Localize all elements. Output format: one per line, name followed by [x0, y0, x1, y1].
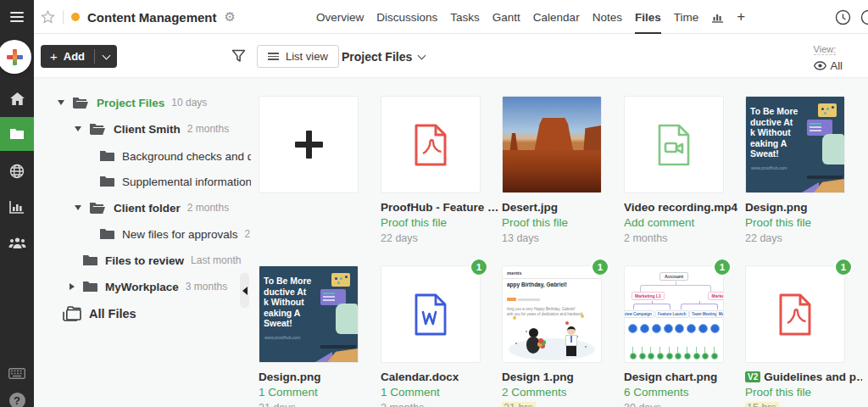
file-meta: 15 hrs — [745, 402, 864, 407]
caret-down-icon[interactable] — [75, 126, 81, 131]
filter-button[interactable] — [231, 49, 246, 66]
file-action-link[interactable]: Proof this file — [381, 216, 499, 229]
files-content: Project Files 10 days Client Smith 2 mon… — [34, 78, 868, 407]
tree-label: Files to review — [105, 254, 184, 267]
video-thumbnail[interactable] — [624, 96, 724, 193]
file-name[interactable]: Design.png — [259, 371, 376, 383]
add-button[interactable]: + Add — [41, 45, 117, 68]
rail-item-files[interactable] — [0, 117, 34, 151]
open-folder-icon — [89, 123, 106, 136]
tree-item-supplemental[interactable]: Supplemental information — [99, 171, 251, 192]
docx-thumbnail[interactable] — [381, 265, 481, 363]
file-action-link[interactable]: Proof this file — [502, 216, 620, 229]
tab-tasks[interactable]: Tasks — [450, 0, 480, 34]
image-thumbnail-desert[interactable] — [502, 96, 602, 193]
file-name[interactable]: V2Guidelines and p… — [745, 371, 862, 383]
folder-dropdown[interactable]: Project Files — [342, 46, 425, 68]
tab-calendar[interactable]: Calendar — [533, 0, 580, 34]
main-menu-button[interactable] — [0, 0, 34, 34]
tab-files[interactable]: Files — [635, 0, 661, 34]
list-view-button[interactable]: List view — [257, 45, 339, 68]
file-name[interactable]: Design 1.png — [502, 371, 619, 383]
file-action-link[interactable]: 1 Comment — [381, 386, 499, 399]
tree-item-myworkplace[interactable]: MyWorkplace 3 months — [70, 276, 227, 297]
project-title: Content Management — [87, 10, 217, 25]
file-action-link[interactable]: 1 Comment — [259, 386, 377, 399]
pdf-thumbnail[interactable] — [381, 96, 481, 193]
tree-item-client-folder[interactable]: Client folder 2 months — [75, 198, 229, 218]
tab-reports[interactable] — [711, 0, 724, 34]
file-name[interactable]: Video recording.mp4 — [624, 201, 741, 214]
file-action-link[interactable]: Proof this file — [745, 216, 864, 229]
proofhub-logo-button[interactable] — [0, 40, 31, 74]
tab-time[interactable]: Time — [674, 0, 699, 34]
tab-gantt[interactable]: Gantt — [492, 0, 520, 34]
rail-item-home[interactable] — [0, 81, 34, 115]
image-thumbnail-birthday[interactable]: ments appy Birthday, Gabriel! hing you a… — [502, 265, 602, 363]
caret-down-icon[interactable] — [75, 205, 81, 210]
tree-item-all-files[interactable]: All Files — [63, 304, 136, 324]
rail-item-people[interactable] — [0, 226, 34, 259]
image-thumbnail-design[interactable]: To Be More ductive At k Without eaking A… — [259, 265, 359, 363]
account-icon[interactable] — [860, 9, 868, 25]
image-thumbnail-orgchart[interactable]: Account Marketing L1 Marketi view Campai… — [624, 265, 724, 363]
tree-collapse-handle[interactable] — [240, 273, 249, 308]
comment-count-badge[interactable]: 1 — [591, 258, 609, 276]
view-value[interactable]: All — [814, 59, 843, 72]
file-name[interactable]: Design.png — [745, 201, 862, 214]
orgchart-node: Marketing L1 — [632, 292, 665, 300]
tree-meta: 10 days — [171, 97, 207, 109]
comment-count-badge[interactable]: 1 — [713, 258, 732, 276]
file-action-link[interactable]: 2 Comments — [502, 386, 620, 399]
image-thumbnail-design[interactable]: To Be More ductive At k Without eaking A… — [745, 96, 845, 193]
tab-discussions[interactable]: Discussions — [376, 0, 437, 34]
comment-count-badge[interactable]: 1 — [834, 258, 853, 276]
folder-icon — [82, 281, 97, 293]
add-button-label: Add — [64, 50, 85, 63]
tree-item-client-smith[interactable]: Client Smith 2 months — [75, 119, 229, 139]
project-settings-gear-icon[interactable]: ⚙ — [225, 9, 236, 25]
birthday-art — [503, 278, 601, 279]
file-meta: 30 days — [624, 402, 743, 407]
caret-right-icon[interactable] — [70, 283, 75, 290]
star-icon[interactable] — [41, 10, 55, 24]
file-name[interactable]: ProofHub - Feature … — [381, 201, 498, 214]
add-dropdown-button[interactable] — [95, 45, 117, 68]
tree-item-files-to-review[interactable]: Files to review Last month — [82, 250, 241, 270]
tab-overview[interactable]: Overview — [316, 0, 364, 34]
file-action-link[interactable]: Add comment — [624, 216, 743, 229]
rail-item-reports[interactable] — [0, 190, 34, 224]
file-name[interactable]: Desert.jpg — [502, 201, 619, 214]
orgchart-node: Marketi — [708, 292, 724, 300]
file-meta: 2 months — [381, 402, 499, 407]
caret-down-icon[interactable] — [58, 100, 64, 105]
view-label[interactable]: View: — [814, 44, 837, 55]
rail-item-help[interactable]: ? — [0, 383, 34, 407]
tab-notes[interactable]: Notes — [593, 0, 622, 34]
tree-item-background-checks[interactable]: Background checks and d — [99, 146, 251, 166]
file-action-link[interactable]: 6 Comments — [624, 386, 743, 399]
tree-label: Client folder — [114, 202, 181, 215]
folder-dropdown-label: Project Files — [342, 50, 412, 64]
comment-count-badge[interactable]: 1 — [470, 258, 488, 276]
design-art — [818, 103, 837, 117]
tree-label: Background checks and d — [122, 150, 251, 163]
file-name[interactable]: Calendar.docx — [381, 371, 498, 383]
design-art — [822, 134, 844, 164]
timer-icon[interactable] — [835, 9, 851, 25]
pdf-thumbnail[interactable] — [745, 265, 845, 363]
design-poster-text: To Be More ductive At k Without eaking A… — [750, 106, 798, 159]
tree-item-project-files[interactable]: Project Files 10 days — [58, 92, 207, 113]
file-meta: 22 days — [381, 232, 499, 244]
add-file-tile[interactable] — [259, 96, 359, 193]
orgchart-art — [681, 304, 718, 309]
add-tab-button[interactable]: + — [737, 0, 745, 34]
tree-item-new-files[interactable]: New files for approvals 2 months — [99, 224, 251, 244]
file-name[interactable]: Design chart.png — [624, 371, 741, 383]
birthday-art — [518, 298, 540, 301]
folder-icon — [99, 228, 114, 240]
rail-item-global[interactable] — [0, 154, 34, 188]
file-action-link[interactable]: Proof this file — [745, 386, 864, 399]
orgchart-art — [628, 324, 720, 333]
file-card-design-chart: Account Marketing L1 Marketi view Campai… — [624, 265, 743, 407]
